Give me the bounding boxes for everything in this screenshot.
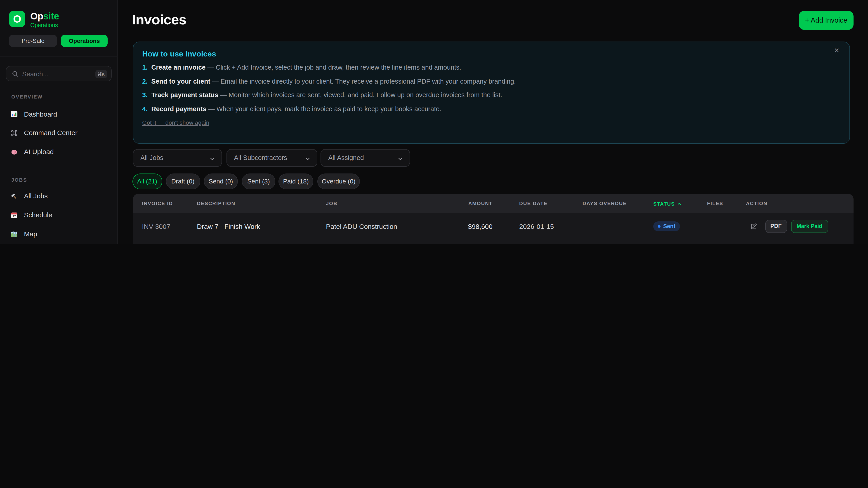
svg-text:17: 17 [13, 215, 16, 218]
